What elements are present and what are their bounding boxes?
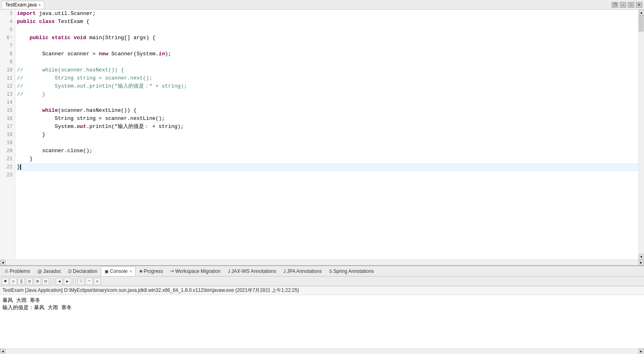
bottom-panel: ⚠Problems@JavadocDDeclaration▣Console×◈P… <box>0 265 644 354</box>
line-number-21: 21 <box>0 155 15 163</box>
line-number-23: 23 <box>0 171 15 179</box>
panel-h-track[interactable] <box>6 349 638 354</box>
line-number-16: 16 <box>0 115 15 123</box>
line-number-14: 14 <box>0 98 15 107</box>
next-icon[interactable]: ▶ <box>64 278 71 285</box>
scroll-left-arrow[interactable]: ◀ <box>0 260 6 266</box>
code-line-17: System.out.println("输入的值是： + string); <box>17 123 638 131</box>
remove-console-icon[interactable]: ⊟ <box>42 278 49 285</box>
new-console-icon[interactable]: ⊞ <box>34 278 41 285</box>
tab-filename: TestExam.java <box>5 2 37 8</box>
panel-tab-progress[interactable]: ◈Progress <box>136 266 167 276</box>
code-line-22: } <box>17 163 638 171</box>
panel-tab-spring-annotations[interactable]: SSpring Annotations <box>326 266 378 276</box>
close-panel-icon[interactable]: ✕ <box>94 278 101 285</box>
panel-toolbar: ■✕‖⊡⊞⊟◀▶□─✕ <box>0 276 644 286</box>
panel-bottom-scrollbar[interactable]: ◀ ▶ <box>0 348 644 354</box>
console-view-icon[interactable]: ⊡ <box>26 278 33 285</box>
code-line-9 <box>17 58 638 66</box>
tab-close-icon[interactable]: × <box>38 3 41 7</box>
line-number-18: 18 <box>0 131 15 139</box>
tab-icon-3: ▣ <box>105 269 109 274</box>
panel-tab-workspace-migration[interactable]: ⇒Workspace Migration <box>167 266 224 276</box>
panel-tab-declaration[interactable]: DDeclaration <box>65 266 101 276</box>
prev-icon[interactable]: ◀ <box>56 278 63 285</box>
line-number-19: 19 <box>0 139 15 147</box>
editor-container: 3456°7891011121314151617181920212223 imp… <box>0 10 644 265</box>
restore-btn[interactable]: ❐ <box>612 2 618 8</box>
min-btn[interactable]: ─ <box>620 2 626 8</box>
tab-close-btn-3[interactable]: × <box>130 269 132 274</box>
panel-tab-problems[interactable]: ⚠Problems <box>1 266 34 276</box>
h-scroll-track[interactable] <box>6 260 638 265</box>
close-btn[interactable]: ✕ <box>636 2 642 8</box>
terminate-icon[interactable]: ✕ <box>10 278 17 285</box>
code-line-11: // String string = scanner.next(); <box>17 74 638 82</box>
line-numbers: 3456°7891011121314151617181920212223 <box>0 10 15 260</box>
editor-scrollbar-vertical[interactable]: ▲ ▼ <box>638 10 644 260</box>
line-number-5: 5 <box>0 26 15 34</box>
line-number-6: 6° <box>0 34 15 42</box>
tab-icon-6: J <box>228 269 230 274</box>
minimize-icon[interactable]: □ <box>77 278 85 285</box>
line-number-11: 11 <box>0 74 15 82</box>
code-line-12: // System.out.println("输入的值是：" + string)… <box>17 82 638 90</box>
line-number-8: 8 <box>0 50 15 58</box>
scroll-right-arrow[interactable]: ▶ <box>638 260 644 266</box>
tab-label-3: Console <box>110 268 128 274</box>
line-number-7: 7 <box>0 42 15 50</box>
code-line-6: public static void main(String[] args) { <box>17 34 638 42</box>
code-line-18: } <box>17 131 638 139</box>
editor-scrollbar-horizontal[interactable]: ◀ ▶ <box>0 260 644 265</box>
panel-tab-jax-ws-annotations[interactable]: JJAX-WS Annotations <box>224 266 280 276</box>
editor-tab[interactable]: TestExam.java × <box>2 1 44 8</box>
toolbar-separator-11 <box>75 278 76 285</box>
code-line-16: String string = scanner.nextLine(); <box>17 115 638 123</box>
tab-icon-1: @ <box>38 269 42 274</box>
tab-icon-4: ◈ <box>139 268 142 274</box>
stop-icon[interactable]: ■ <box>2 278 9 285</box>
scroll-up-arrow[interactable]: ▲ <box>639 10 644 15</box>
console-output-line-1: 输入的值是：暴风 大雨 寒冬 <box>2 304 642 311</box>
line-number-12: 12 <box>0 82 15 90</box>
line-number-10: 10 <box>0 66 15 74</box>
panel-content: 暴风 大雨 寒冬输入的值是：暴风 大雨 寒冬 <box>0 295 644 348</box>
line-number-20: 20 <box>0 147 15 155</box>
code-line-23 <box>17 171 638 179</box>
code-line-10: // while(scanner.hasNext()) { <box>17 66 638 74</box>
line-number-9: 9 <box>0 58 15 66</box>
max-btn[interactable]: □ <box>628 2 634 8</box>
title-bar: TestExam.java × ❐ ─ □ ✕ <box>0 0 644 10</box>
tab-icon-0: ⚠ <box>4 268 8 274</box>
tab-label-8: Spring Annotations <box>333 268 374 274</box>
scroll-thumb[interactable] <box>639 15 644 31</box>
maximize-icon[interactable]: ─ <box>86 278 93 285</box>
tab-label-4: Progress <box>144 268 163 274</box>
code-line-21: } <box>17 155 638 163</box>
window-controls: ❐ ─ □ ✕ <box>612 2 642 8</box>
code-line-19 <box>17 139 638 147</box>
code-line-15: while(scanner.hasNextLine()) { <box>17 107 638 115</box>
line-number-3: 3 <box>0 10 15 18</box>
code-content[interactable]: import java.util.Scanner;public class Te… <box>15 10 638 260</box>
code-line-13: // } <box>17 90 638 98</box>
tab-label-1: Javadoc <box>43 268 61 274</box>
scroll-track[interactable] <box>639 15 644 254</box>
panel-tab-javadoc[interactable]: @Javadoc <box>34 266 65 276</box>
editor-area: 3456°7891011121314151617181920212223 imp… <box>0 10 644 260</box>
panel-scroll-left[interactable]: ◀ <box>0 349 6 354</box>
panel-tab-console[interactable]: ▣Console× <box>101 266 136 276</box>
scroll-down-arrow[interactable]: ▼ <box>639 254 644 260</box>
tab-icon-7: J <box>284 269 286 274</box>
toolbar-separator-6 <box>51 278 51 285</box>
tab-label-6: JAX-WS Annotations <box>231 268 276 274</box>
panel-scroll-right[interactable]: ▶ <box>638 349 644 354</box>
suspend-icon[interactable]: ‖ <box>18 278 25 285</box>
panel-tab-jpa-annotations[interactable]: JJPA Annotations <box>280 266 326 276</box>
tab-icon-8: S <box>329 269 332 274</box>
code-line-4: public class TestExam { <box>17 18 638 26</box>
code-line-3: import java.util.Scanner; <box>17 10 638 18</box>
code-line-8: Scanner scanner = new Scanner(System.in)… <box>17 50 638 58</box>
code-line-14 <box>17 98 638 107</box>
tab-icon-5: ⇒ <box>170 268 174 274</box>
